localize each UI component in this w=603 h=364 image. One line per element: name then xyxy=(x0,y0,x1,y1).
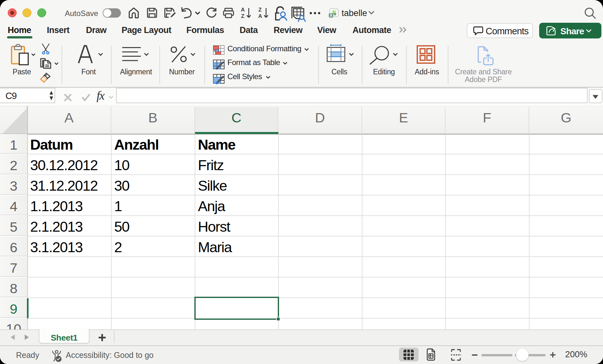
svg-text:X: X xyxy=(330,13,332,18)
svg-text:Z: Z xyxy=(241,13,244,19)
svg-text:A: A xyxy=(258,13,262,19)
svg-text:A: A xyxy=(241,7,245,13)
svg-text:Z: Z xyxy=(259,7,262,13)
